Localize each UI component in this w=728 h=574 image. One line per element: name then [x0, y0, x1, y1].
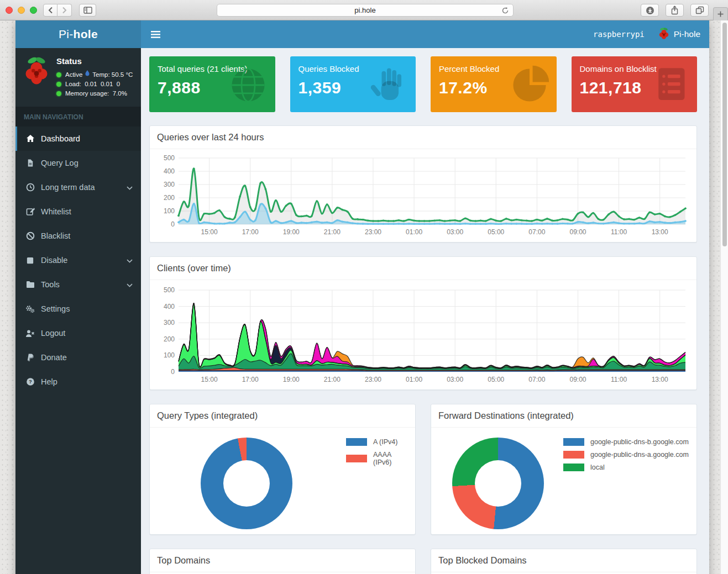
- sidebar-item-logout[interactable]: Logout: [15, 321, 141, 345]
- query-types-title: Query Types (integrated): [150, 404, 415, 428]
- svg-text:17:00: 17:00: [242, 228, 259, 236]
- hostname-label: raspberrypi: [593, 30, 645, 39]
- chevron-right-icon: [62, 7, 67, 14]
- list-icon: [652, 65, 690, 107]
- svg-text:05:00: 05:00: [488, 376, 504, 383]
- hand-icon: [369, 65, 409, 108]
- new-tab-button[interactable]: [713, 7, 728, 20]
- status-panel: Status ActiveTemp: 50.5 °CLoad: 0.01 0.0…: [15, 48, 141, 107]
- folder-icon: [25, 280, 35, 289]
- svg-text:300: 300: [164, 181, 175, 188]
- back-button[interactable]: [43, 4, 57, 17]
- tabs-icon: [695, 6, 704, 14]
- sidebar-section-label: MAIN NAVIGATION: [15, 107, 141, 127]
- logo-bold: hole: [74, 28, 98, 41]
- downloads-button[interactable]: [641, 4, 659, 17]
- top-domains-title: Top Domains: [150, 549, 415, 572]
- tab-overview-button[interactable]: [690, 4, 709, 17]
- legend-swatch: [563, 464, 584, 471]
- svg-text:0: 0: [171, 368, 175, 376]
- sidebar-item-label: Help: [41, 377, 57, 386]
- svg-text:13:00: 13:00: [652, 376, 668, 383]
- sidebar-toggle-button[interactable]: [79, 4, 96, 17]
- legend-item[interactable]: local: [563, 464, 689, 471]
- window-zoom-button[interactable]: [30, 7, 37, 14]
- top-domains-panel: Top Domains DomainHitsFrequency: [149, 549, 416, 574]
- sidebar-item-label: Long term data: [41, 183, 95, 192]
- page-scrollbar[interactable]: [720, 20, 728, 574]
- legend-swatch: [346, 455, 367, 462]
- sidebar-item-label: Donate: [41, 353, 67, 362]
- paypal-icon: [25, 353, 35, 362]
- reload-icon[interactable]: [501, 7, 509, 17]
- clients-panel-title: Clients (over time): [150, 257, 696, 280]
- forward-destinations-legend: google-public-dns-b.google.comgoogle-pub…: [563, 438, 689, 476]
- chevron-down-icon: [127, 256, 133, 265]
- sidebar-item-help[interactable]: ?Help: [15, 370, 141, 394]
- svg-text:03:00: 03:00: [447, 228, 463, 236]
- svg-text:100: 100: [164, 207, 175, 215]
- status-row: Load: 0.01 0.01 0: [56, 80, 133, 89]
- card-domains-on-blocklist[interactable]: Domains on Blocklist121,718: [572, 56, 698, 112]
- window-minimize-button[interactable]: [18, 7, 25, 14]
- gears-icon: [25, 304, 35, 314]
- svg-text:15:00: 15:00: [201, 376, 218, 383]
- sidebar-item-tools[interactable]: Tools: [15, 272, 141, 297]
- status-dot-icon: [56, 91, 61, 96]
- legend-item[interactable]: A (IPv4): [346, 438, 408, 446]
- forward-button[interactable]: [57, 4, 72, 17]
- pihole-logo[interactable]: Pi-hole: [15, 20, 141, 48]
- hamburger-menu-button[interactable]: [150, 29, 161, 40]
- brand-link[interactable]: Pi-hole: [658, 27, 700, 42]
- summary-cards: Total queries (21 clients)7,888Queries B…: [149, 56, 697, 112]
- sidebar-item-whitelist[interactable]: Whitelist: [15, 199, 141, 224]
- clients-chart[interactable]: 010020030040050015:0017:0019:0021:0023:0…: [155, 285, 691, 385]
- forward-destinations-panel: Forward Destinations (integrated) google…: [431, 404, 697, 535]
- svg-text:01:00: 01:00: [406, 228, 422, 236]
- forward-destinations-title: Forward Destinations (integrated): [431, 404, 696, 428]
- svg-text:400: 400: [164, 167, 175, 175]
- svg-text:0: 0: [171, 220, 175, 228]
- raspberry-icon: [658, 27, 670, 42]
- share-button[interactable]: [666, 4, 684, 17]
- chevron-down-icon: [127, 280, 133, 289]
- chevron-left-icon: [48, 7, 53, 14]
- legend-item[interactable]: AAAA (IPv6): [346, 451, 408, 466]
- raspberry-logo: [22, 55, 51, 98]
- svg-text:07:00: 07:00: [528, 228, 545, 236]
- scrollbar-thumb[interactable]: [722, 23, 727, 246]
- forward-destinations-donut[interactable]: [452, 438, 544, 529]
- pihole-window: Pi-hole raspberrypi Pi-hole: [15, 20, 709, 574]
- pihole-topnav: Pi-hole raspberrypi Pi-hole: [15, 20, 709, 48]
- card-queries-blocked[interactable]: Queries Blocked1,359: [290, 56, 416, 112]
- sidebar-item-disable[interactable]: Disable: [15, 248, 141, 272]
- sidebar-item-label: Settings: [41, 304, 70, 313]
- sidebar-item-long-term-data[interactable]: Long term data: [15, 175, 141, 199]
- question-icon: ?: [25, 377, 35, 387]
- download-icon: [646, 6, 654, 15]
- legend-item[interactable]: google-public-dns-a.google.com: [563, 451, 689, 459]
- svg-text:11:00: 11:00: [611, 228, 627, 236]
- legend-item[interactable]: google-public-dns-b.google.com: [563, 438, 689, 446]
- card-total-queries-21-clients-[interactable]: Total queries (21 clients)7,888: [149, 56, 275, 112]
- svg-text:100: 100: [164, 351, 175, 359]
- card-percent-blocked[interactable]: Percent Blocked17.2%: [431, 56, 557, 112]
- sidebar-item-settings[interactable]: Settings: [15, 297, 141, 321]
- queries-chart[interactable]: 010020030040050015:0017:0019:0021:0023:0…: [155, 154, 691, 238]
- sidebar-item-blacklist[interactable]: Blacklist: [15, 224, 141, 248]
- main-content: Total queries (21 clients)7,888Queries B…: [141, 48, 709, 574]
- address-bar[interactable]: pi.hole: [217, 4, 514, 17]
- sidebar-item-donate[interactable]: Donate: [15, 345, 141, 370]
- svg-text:23:00: 23:00: [365, 228, 381, 236]
- page-background: Pi-hole raspberrypi Pi-hole: [0, 20, 728, 574]
- sidebar-item-dashboard[interactable]: Dashboard: [15, 127, 141, 151]
- sidebar: Status ActiveTemp: 50.5 °CLoad: 0.01 0.0…: [15, 48, 141, 574]
- legend-label: local: [590, 464, 605, 471]
- file-icon: [25, 159, 35, 168]
- window-close-button[interactable]: [6, 7, 13, 14]
- legend-swatch: [563, 438, 584, 446]
- query-types-donut[interactable]: [201, 438, 292, 529]
- svg-text:19:00: 19:00: [283, 228, 300, 236]
- sidebar-item-query-log[interactable]: Query Log: [15, 151, 141, 175]
- svg-text:300: 300: [164, 319, 175, 327]
